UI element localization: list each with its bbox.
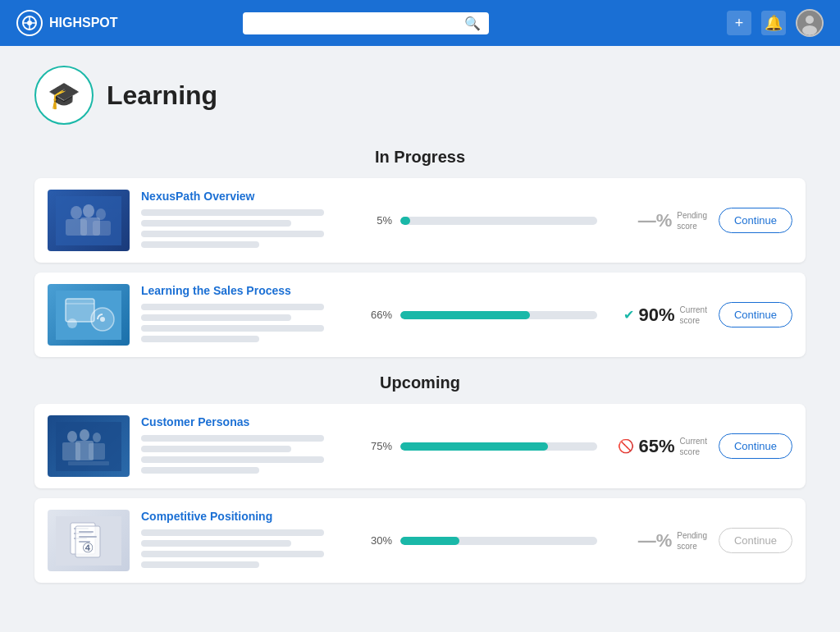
desc-line — [141, 314, 291, 321]
continue-button[interactable]: Continue — [719, 302, 792, 327]
desc-line — [141, 435, 324, 442]
avatar[interactable] — [796, 9, 824, 37]
progress-bar-track — [400, 537, 597, 545]
course-card: ④ Competitive Positioning30%—%Pendingsco… — [34, 498, 806, 583]
desc-line — [141, 561, 259, 568]
progress-bar-fill — [400, 311, 530, 319]
course-title: NexusPath Overview — [141, 190, 356, 203]
page-title: Learning — [107, 80, 217, 111]
course-thumbnail — [48, 190, 130, 251]
course-progress-area: 75% — [368, 440, 597, 452]
desc-line — [141, 529, 324, 536]
score-value: 90% — [639, 305, 675, 326]
course-info: Learning the Sales Process — [141, 284, 356, 346]
course-card: NexusPath Overview5%—%PendingscoreContin… — [34, 178, 806, 263]
course-score-area: 🚫65%Currentscore — [609, 436, 707, 457]
progress-bar-fill — [400, 442, 548, 451]
course-desc-lines — [141, 209, 356, 248]
progress-bar-fill — [400, 217, 410, 225]
course-score-area: —%Pendingscore — [609, 530, 707, 552]
score-label: Currentscore — [680, 305, 707, 326]
course-thumbnail — [48, 284, 130, 346]
svg-rect-24 — [89, 443, 105, 460]
progress-percentage: 75% — [368, 440, 392, 452]
desc-line — [141, 220, 291, 227]
course-card: Customer Personas75%🚫65%CurrentscoreCont… — [34, 404, 806, 488]
course-progress-area: 30% — [368, 534, 597, 547]
sections-container: In Progress NexusPath Overview5%—%Pendin… — [34, 148, 806, 583]
logo: HIGHSPOT — [16, 10, 118, 36]
score-status-icon: ✔ — [623, 307, 634, 323]
score-label: Pendingscore — [677, 210, 707, 231]
svg-rect-32 — [79, 531, 94, 533]
course-score-area: ✔90%Currentscore — [609, 305, 707, 326]
desc-line — [141, 304, 324, 310]
svg-point-21 — [93, 433, 101, 442]
svg-rect-33 — [79, 536, 97, 538]
add-button[interactable]: + — [727, 11, 751, 35]
svg-point-19 — [67, 431, 77, 442]
continue-button[interactable]: Continue — [719, 433, 792, 459]
svg-point-20 — [80, 429, 89, 441]
score-label: Currentscore — [680, 436, 707, 457]
progress-percentage: 66% — [368, 309, 392, 321]
bell-icon: 🔔 — [765, 14, 783, 32]
svg-point-4 — [802, 25, 817, 35]
svg-point-17 — [67, 318, 77, 328]
desc-line — [141, 446, 291, 452]
desc-line — [141, 231, 324, 237]
svg-rect-25 — [68, 461, 109, 465]
desc-line — [141, 325, 324, 332]
progress-bar-fill — [400, 537, 459, 545]
desc-line — [141, 209, 324, 216]
svg-rect-11 — [93, 221, 111, 236]
search-icon: 🔍 — [464, 16, 481, 31]
course-progress-area: 5% — [368, 214, 597, 227]
desc-line — [141, 540, 291, 547]
course-progress-area: 66% — [368, 309, 597, 321]
course-score-area: —%Pendingscore — [609, 210, 707, 231]
svg-point-6 — [71, 206, 82, 219]
svg-point-1 — [27, 21, 32, 25]
main-content: 🎓 Learning In Progress NexusPath Overvie… — [18, 46, 822, 612]
desc-line — [141, 456, 324, 463]
nav-actions: + 🔔 — [727, 9, 824, 37]
score-label: Pendingscore — [677, 530, 707, 552]
desc-line — [141, 241, 259, 248]
score-value: 65% — [639, 436, 675, 457]
search-bar[interactable]: 🔍 — [243, 12, 489, 34]
svg-text:④: ④ — [82, 541, 94, 555]
course-title: Competitive Positioning — [141, 510, 356, 523]
score-status-icon: 🚫 — [618, 438, 634, 454]
desc-line — [141, 336, 259, 342]
course-info: Customer Personas — [141, 415, 356, 477]
course-title: Learning the Sales Process — [141, 284, 356, 297]
course-info: Competitive Positioning — [141, 510, 356, 571]
continue-button[interactable]: Continue — [719, 208, 792, 233]
course-desc-lines — [141, 435, 356, 474]
course-title: Customer Personas — [141, 415, 356, 428]
course-info: NexusPath Overview — [141, 190, 356, 251]
svg-point-16 — [100, 317, 105, 322]
svg-rect-13 — [66, 299, 94, 322]
logo-text: HIGHSPOT — [49, 16, 118, 30]
desc-line — [141, 467, 259, 474]
search-input[interactable] — [251, 17, 459, 30]
score-pending: —% — [638, 530, 673, 552]
learning-icon: 🎓 — [34, 66, 94, 125]
desc-line — [141, 551, 324, 557]
section-heading-0: In Progress — [34, 148, 806, 167]
progress-bar-track — [400, 217, 597, 225]
progress-percentage: 30% — [368, 534, 392, 547]
progress-bar-track — [400, 311, 597, 319]
progress-bar-track — [400, 442, 597, 451]
svg-point-3 — [806, 16, 814, 24]
page-header: 🎓 Learning — [34, 66, 806, 125]
score-pending: —% — [638, 210, 673, 231]
course-card: Learning the Sales Process66%✔90%Current… — [34, 272, 806, 357]
svg-point-7 — [83, 204, 94, 218]
continue-button: Continue — [719, 528, 792, 553]
navbar: HIGHSPOT 🔍 + 🔔 — [0, 0, 840, 46]
notifications-button[interactable]: 🔔 — [761, 11, 786, 35]
logo-icon — [16, 10, 43, 36]
